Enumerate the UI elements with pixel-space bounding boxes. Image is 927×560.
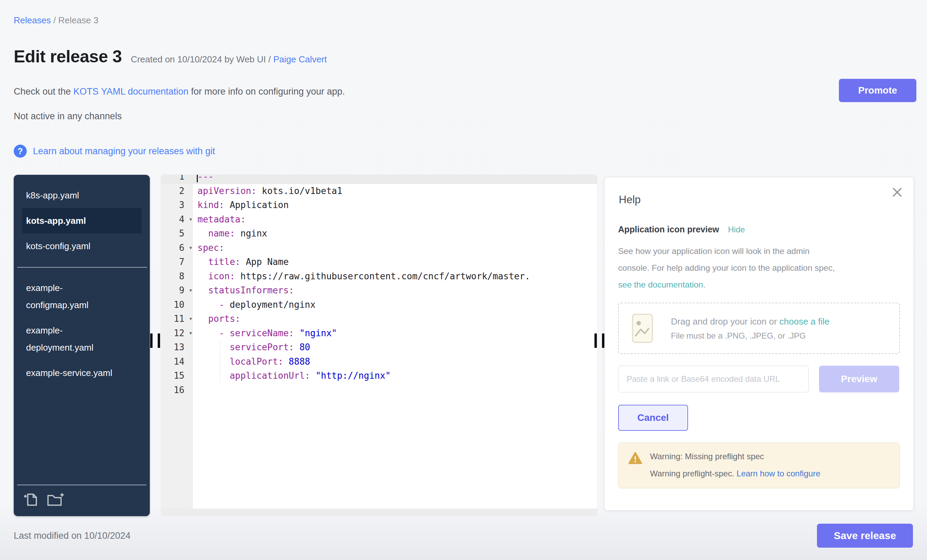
line-number: 9▾ [161, 284, 193, 298]
add-file-icon[interactable] [23, 492, 38, 507]
code-rows: 1---2apiVersion: kots.io/v1beta13kind: A… [161, 175, 597, 397]
description-line-2: console. For help adding your icon to th… [618, 260, 900, 276]
sidebar-footer [17, 485, 146, 516]
code-line-5[interactable]: 5 name: nginx [161, 226, 597, 241]
code-line-15[interactable]: 15 applicationUrl: "http://nginx" [161, 369, 597, 383]
code-text: icon: https://raw.githubusercontent.com/… [193, 269, 530, 284]
file-item-example-configmap.yaml[interactable]: example-configmap.yaml [22, 275, 141, 318]
file-sidebar: k8s-app.yamlkots-app.yamlkots-config.yam… [14, 175, 150, 516]
breadcrumb-separator: / [53, 15, 58, 25]
line-number: 2 [161, 184, 193, 199]
code-line-1[interactable]: 1--- [161, 175, 597, 184]
hide-link[interactable]: Hide [728, 225, 745, 234]
see-documentation-link[interactable]: see the documentation [618, 280, 703, 289]
close-icon[interactable] [891, 186, 903, 199]
code-line-12[interactable]: 12▾ - serviceName: "nginx" [161, 326, 597, 341]
yaml-editor[interactable]: 1---2apiVersion: kots.io/v1beta13kind: A… [161, 175, 597, 516]
help-title: Help [619, 194, 900, 206]
breadcrumb: Releases / Release 3 [14, 15, 99, 26]
fold-toggle-icon[interactable]: ▾ [189, 326, 192, 341]
docs-line: Check out the KOTS YAML documentation fo… [14, 87, 345, 97]
warning-detail-text: Warning preflight-spec. [650, 469, 737, 478]
code-line-3[interactable]: 3kind: Application [161, 198, 597, 212]
file-item-kots-config.yaml[interactable]: kots-config.yaml [22, 234, 141, 259]
file-item-kots-app.yaml[interactable]: kots-app.yaml [22, 208, 141, 234]
docs-suffix: for more info on configuring your app. [188, 87, 345, 97]
code-line-9[interactable]: 9▾ statusInformers: [161, 284, 597, 298]
last-modified-text: Last modified on 10/10/2024 [14, 531, 131, 541]
sidebar-resize-handle[interactable] [150, 334, 160, 348]
help-panel: Help Application icon preview Hide See h… [604, 177, 914, 511]
code-text [193, 383, 198, 398]
release-editor-page: { "breadcrumb": { "releases_link": "Rele… [0, 0, 927, 560]
kots-yaml-docs-link[interactable]: KOTS YAML documentation [73, 87, 188, 97]
preview-button[interactable]: Preview [819, 366, 899, 392]
description-line-1: See how your application icon will look … [618, 243, 900, 260]
warning-detail: Warning preflight-spec. Learn how to con… [650, 469, 821, 478]
git-help-line: ? Learn about managing your releases wit… [14, 145, 215, 158]
code-line-7[interactable]: 7 title: App Name [161, 255, 597, 269]
code-text: spec: [193, 241, 224, 255]
text-cursor [197, 175, 198, 182]
line-number: 10 [161, 298, 193, 312]
line-number: 1 [161, 175, 193, 184]
code-text: ports: [193, 312, 240, 326]
add-folder-icon[interactable] [47, 492, 64, 507]
code-text: servicePort: 80 [193, 340, 310, 355]
code-line-11[interactable]: 11▾ ports: [161, 312, 597, 326]
save-release-button[interactable]: Save release [817, 524, 913, 548]
learn-configure-link[interactable]: Learn how to configure [737, 469, 821, 478]
code-line-4[interactable]: 4▾metadata: [161, 212, 597, 227]
cancel-button[interactable]: Cancel [618, 405, 688, 431]
warning-texts: Warning: Missing preflight spec Warning … [650, 452, 821, 478]
icon-url-input[interactable] [618, 366, 809, 392]
code-line-16[interactable]: 16 [161, 383, 597, 398]
breadcrumb-current: Release 3 [58, 15, 99, 25]
created-author-link[interactable]: Paige Calvert [273, 54, 327, 64]
help-resize-handle[interactable] [594, 334, 605, 348]
code-line-13[interactable]: 13 servicePort: 80 [161, 340, 597, 355]
line-number: 13 [161, 340, 193, 355]
code-line-2[interactable]: 2apiVersion: kots.io/v1beta1 [161, 184, 597, 199]
code-text: name: nginx [193, 226, 267, 241]
icon-preview-description: See how your application icon will look … [618, 243, 900, 293]
page-title: Edit release 3 [14, 47, 122, 67]
code-text: - serviceName: "nginx" [193, 326, 337, 341]
icon-dropzone[interactable]: Drag and drop your icon or choose a file… [618, 303, 900, 354]
code-line-6[interactable]: 6▾spec: [161, 241, 597, 255]
line-number: 12▾ [161, 326, 193, 341]
image-placeholder-icon [632, 314, 653, 343]
code-text: metadata: [193, 212, 246, 227]
docs-prefix: Check out the [14, 87, 73, 97]
line-number: 11▾ [161, 312, 193, 326]
code-line-10[interactable]: 10 - deployment/nginx [161, 298, 597, 312]
git-releases-help-link[interactable]: Learn about managing your releases with … [33, 146, 215, 156]
warning-triangle-icon [628, 452, 643, 465]
file-item-example-deployment.yaml[interactable]: example-deployment.yaml [22, 318, 141, 360]
question-mark-icon: ? [14, 145, 27, 158]
line-number: 16 [161, 383, 193, 398]
dropzone-text: Drag and drop your icon or choose a file… [671, 316, 830, 341]
file-item-k8s-app.yaml[interactable]: k8s-app.yaml [22, 183, 141, 208]
preflight-warning-box: Warning: Missing preflight spec Warning … [618, 442, 900, 489]
line-number: 3 [161, 198, 193, 212]
file-list: k8s-app.yamlkots-app.yamlkots-config.yam… [14, 175, 150, 385]
file-item-example-service.yaml[interactable]: example-service.yaml [22, 360, 141, 385]
code-line-8[interactable]: 8 icon: https://raw.githubusercontent.co… [161, 269, 597, 284]
line-number: 8 [161, 269, 193, 284]
choose-file-link[interactable]: choose a file [780, 316, 830, 326]
code-line-14[interactable]: 14 localPort: 8888 [161, 355, 597, 369]
promote-button[interactable]: Promote [839, 79, 916, 102]
breadcrumb-releases-link[interactable]: Releases [14, 15, 51, 25]
line-number: 15 [161, 369, 193, 383]
fold-toggle-icon[interactable]: ▾ [189, 284, 192, 298]
code-text: kind: Application [193, 198, 289, 212]
fold-toggle-icon[interactable]: ▾ [189, 312, 192, 326]
dropzone-hint: File must be a .PNG, .JPEG, or .JPG [671, 331, 830, 341]
editor-horizontal-scrollbar[interactable] [161, 508, 597, 516]
created-line: Created on 10/10/2024 by Web UI / Paige … [131, 54, 327, 65]
code-text: statusInformers: [193, 284, 294, 298]
title-row: Edit release 3 Created on 10/10/2024 by … [14, 47, 327, 67]
fold-toggle-icon[interactable]: ▾ [189, 241, 192, 255]
fold-toggle-icon[interactable]: ▾ [189, 212, 192, 227]
